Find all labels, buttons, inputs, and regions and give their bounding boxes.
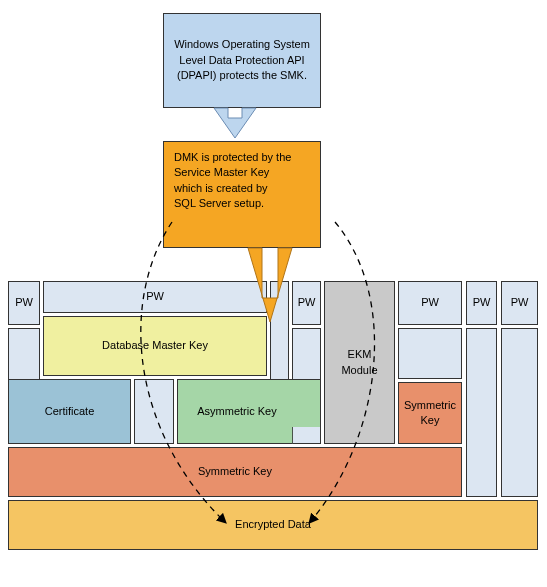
certificate-label: Certificate bbox=[45, 404, 95, 419]
dmk-label: Database Master Key bbox=[102, 338, 208, 353]
pw-label: PW bbox=[511, 295, 529, 310]
pw-box-2: PW bbox=[43, 281, 267, 313]
pw-box-3: PW bbox=[292, 281, 321, 325]
pw-box-6: PW bbox=[501, 281, 538, 325]
asymmetric-key-label: Asymmetric Key bbox=[197, 404, 276, 419]
dpapi-text: Windows Operating System Level Data Prot… bbox=[168, 37, 316, 83]
smk-text: DMK is protected by the Service Master K… bbox=[174, 150, 292, 212]
pw-label: PW bbox=[146, 289, 164, 304]
arrow-dpapi-to-smk bbox=[214, 108, 256, 138]
encrypted-data-box: Encrypted Data bbox=[8, 500, 538, 550]
pw-box-1: PW bbox=[8, 281, 40, 325]
dpapi-box: Windows Operating System Level Data Prot… bbox=[163, 13, 321, 108]
encrypted-data-label: Encrypted Data bbox=[235, 517, 311, 532]
pw-label: PW bbox=[15, 295, 33, 310]
pw-label: PW bbox=[473, 295, 491, 310]
dmk-box: Database Master Key bbox=[43, 316, 267, 376]
symmetric-key-small-box: Symmetric Key bbox=[398, 382, 462, 444]
pw-box-5: PW bbox=[466, 281, 497, 325]
symmetric-key-large-label: Symmetric Key bbox=[198, 464, 272, 479]
certificate-box: Certificate bbox=[8, 379, 131, 444]
pw-box-4: PW bbox=[398, 281, 462, 325]
ekm-module-label: EKM Module bbox=[329, 347, 390, 378]
pw-label: PW bbox=[298, 295, 316, 310]
bg-under-pw4 bbox=[398, 328, 462, 379]
pw-label: PW bbox=[421, 295, 439, 310]
bg-col-r2 bbox=[501, 328, 538, 497]
symmetric-key-small-label: Symmetric Key bbox=[403, 398, 457, 429]
bg-gap-cert-asym bbox=[134, 379, 174, 444]
ekm-module-box: EKM Module bbox=[324, 281, 395, 444]
symmetric-key-large-box: Symmetric Key bbox=[8, 447, 462, 497]
smk-box: DMK is protected by the Service Master K… bbox=[163, 141, 321, 248]
bg-col-r1 bbox=[466, 328, 497, 497]
